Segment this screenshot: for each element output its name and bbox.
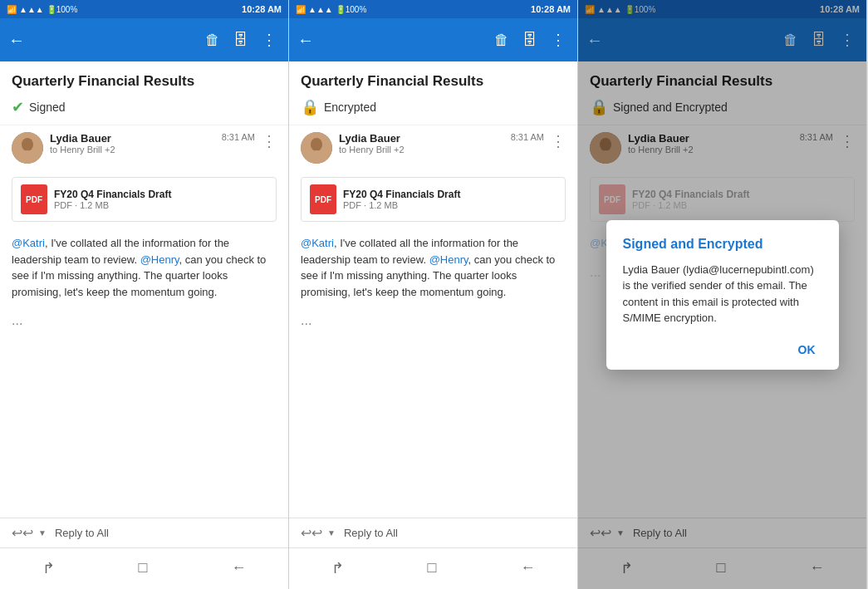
message-more-2[interactable]: ⋮ — [551, 132, 566, 150]
reply-dropdown-2[interactable]: ▼ — [327, 528, 336, 537]
dialog-ok-button[interactable]: OK — [792, 340, 822, 360]
status-bar-2: 📶 ▲▲▲ 🔋100% 10:28 AM — [289, 0, 577, 18]
attachment-name-1: FY20 Q4 Financials Draft — [54, 189, 171, 200]
status-time-2: 10:28 AM — [531, 4, 571, 14]
status-left-icons-2: 📶 ▲▲▲ 🔋100% — [296, 5, 366, 14]
nav-back-1[interactable]: ← — [231, 559, 246, 577]
message-more-1[interactable]: ⋮ — [262, 132, 277, 150]
email-content-1: Quarterly Financial Results ✔ Signed Lyd… — [0, 61, 288, 518]
nav-bar-1: ↱ □ ← — [0, 547, 288, 589]
sender-info-1: Lydia Bauer to Henry Brill +2 — [50, 132, 215, 155]
email-subject-1: Quarterly Financial Results — [0, 61, 288, 95]
sender-name-1: Lydia Bauer — [50, 132, 215, 145]
avatar-2 — [301, 132, 332, 164]
reply-label-2[interactable]: Reply to All — [344, 527, 398, 539]
email-body-1: @Katri, I've collated all the informatio… — [0, 228, 288, 307]
sender-time-2: 8:31 AM — [511, 132, 544, 142]
more-button-1[interactable]: ⋮ — [258, 29, 280, 51]
status-bar-1: 📶 ▲▲▲ 🔋100% 10:28 AM — [0, 0, 288, 18]
top-bar-2: ← 🗑 🗄 ⋮ — [289, 18, 577, 61]
svg-point-4 — [311, 138, 322, 151]
signal-icon: ▲▲▲ — [19, 5, 44, 14]
status-left-icons: 📶 ▲▲▲ 🔋100% — [7, 5, 77, 14]
security-label-2: Encrypted — [324, 101, 376, 114]
signed-encrypted-dialog: Signed and Encrypted Lydia Bauer (lydia@… — [606, 220, 839, 370]
nav-copy-2[interactable]: □ — [428, 559, 437, 577]
delete-button-1[interactable]: 🗑 — [202, 30, 223, 51]
sender-time-1: 8:31 AM — [222, 132, 255, 142]
reply-toolbar-1: ↩↩ ▼ Reply to All — [0, 518, 288, 547]
sender-to-1: to Henry Brill +2 — [50, 145, 215, 155]
battery-icon-2: 🔋100% — [336, 5, 367, 14]
email-content-2: Quarterly Financial Results 🔒 Encrypted … — [289, 61, 577, 518]
top-bar-1: ← 🗑 🗄 ⋮ — [0, 18, 288, 61]
nav-compose-2[interactable]: ↱ — [331, 559, 344, 577]
dialog-title: Signed and Encrypted — [623, 237, 822, 252]
archive-button-1[interactable]: 🗄 — [230, 30, 252, 51]
nav-bar-2: ↱ □ ← — [289, 547, 577, 589]
attachment-name-2: FY20 Q4 Financials Draft — [343, 189, 460, 200]
reply-toolbar-2: ↩↩ ▼ Reply to All — [289, 518, 577, 547]
mention-henry-2[interactable]: @Henry — [429, 253, 468, 266]
avatar-1 — [12, 132, 43, 164]
reply-icon-1: ↩↩ — [12, 525, 33, 541]
more-button-2[interactable]: ⋮ — [547, 29, 569, 51]
panel-encrypted: 📶 ▲▲▲ 🔋100% 10:28 AM ← 🗑 🗄 ⋮ Quarterly F… — [289, 0, 578, 589]
pdf-icon-1: PDF — [21, 184, 47, 214]
signal-icon-2: ▲▲▲ — [308, 5, 333, 14]
dialog-body: Lydia Bauer (lydia@lucernepubintl.com) i… — [623, 262, 822, 326]
panel-signed: 📶 ▲▲▲ 🔋100% 10:28 AM ← 🗑 🗄 ⋮ Quarterly F… — [0, 0, 289, 589]
attachment-details-2: FY20 Q4 Financials Draft PDF · 1.2 MB — [343, 189, 460, 210]
lock-icon-2: 🔒 — [301, 98, 319, 116]
svg-point-1 — [22, 138, 33, 151]
sender-to-2: to Henry Brill +2 — [339, 145, 504, 155]
mention-katri-1[interactable]: @Katri — [12, 237, 45, 249]
sender-row-1: Lydia Bauer to Henry Brill +2 8:31 AM ⋮ — [0, 125, 288, 170]
avatar-img-2 — [301, 132, 332, 164]
delete-button-2[interactable]: 🗑 — [491, 30, 512, 51]
attachment-1[interactable]: PDF FY20 Q4 Financials Draft PDF · 1.2 M… — [12, 177, 277, 222]
dialog-overlay: Signed and Encrypted Lydia Bauer (lydia@… — [578, 0, 866, 589]
signed-icon: ✔ — [12, 98, 24, 116]
attachment-2[interactable]: PDF FY20 Q4 Financials Draft PDF · 1.2 M… — [301, 177, 566, 222]
reply-dropdown-1[interactable]: ▼ — [38, 528, 47, 537]
panel-signed-encrypted: 📶 ▲▲▲ 🔋100% 10:28 AM ← 🗑 🗄 ⋮ Quarterly F… — [578, 0, 867, 589]
back-button-2[interactable]: ← — [297, 31, 314, 50]
status-time-1: 10:28 AM — [242, 4, 282, 14]
sender-name-2: Lydia Bauer — [339, 132, 504, 145]
back-button-1[interactable]: ← — [8, 31, 25, 50]
security-badge-2[interactable]: 🔒 Encrypted — [289, 95, 577, 125]
attachment-details-1: FY20 Q4 Financials Draft PDF · 1.2 MB — [54, 189, 171, 210]
archive-button-2[interactable]: 🗄 — [519, 30, 541, 51]
email-body-2: @Katri, I've collated all the informatio… — [289, 228, 577, 307]
nav-copy-1[interactable]: □ — [139, 559, 148, 577]
sender-info-2: Lydia Bauer to Henry Brill +2 — [339, 132, 504, 155]
wifi-icon-2: 📶 — [296, 5, 306, 14]
attachment-meta-1: PDF · 1.2 MB — [54, 200, 171, 210]
nav-back-2[interactable]: ← — [520, 559, 535, 577]
email-subject-2: Quarterly Financial Results — [289, 61, 577, 95]
security-badge-1[interactable]: ✔ Signed — [0, 95, 288, 125]
attachment-meta-2: PDF · 1.2 MB — [343, 200, 460, 210]
pdf-icon-2: PDF — [310, 184, 336, 214]
reply-label-1[interactable]: Reply to All — [55, 527, 109, 539]
sender-row-2: Lydia Bauer to Henry Brill +2 8:31 AM ⋮ — [289, 125, 577, 170]
avatar-img-1 — [12, 132, 43, 164]
mention-henry-1[interactable]: @Henry — [140, 253, 179, 266]
ellipsis-2: ... — [289, 307, 577, 335]
dialog-footer: OK — [623, 340, 822, 360]
battery-icon: 🔋100% — [47, 5, 78, 14]
reply-icon-2: ↩↩ — [301, 525, 322, 541]
security-label-1: Signed — [29, 101, 66, 114]
mention-katri-2[interactable]: @Katri — [301, 237, 334, 249]
ellipsis-1: ... — [0, 307, 288, 335]
nav-compose-1[interactable]: ↱ — [42, 559, 55, 577]
wifi-icon: 📶 — [7, 5, 17, 14]
